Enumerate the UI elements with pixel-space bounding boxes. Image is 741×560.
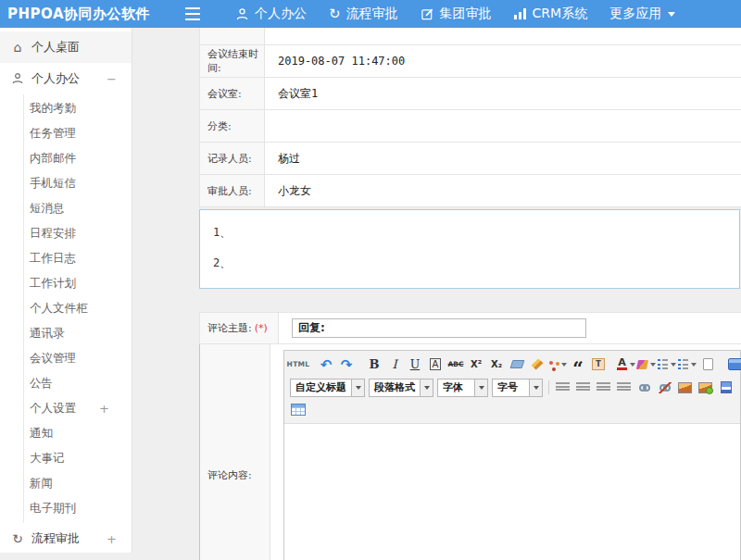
comment-subject-value-cell xyxy=(279,313,741,343)
font-style-button[interactable]: A xyxy=(430,358,442,370)
undo-button[interactable]: ↶ xyxy=(317,355,335,374)
sidebar-item-my-attendance[interactable]: 我的考勤 xyxy=(24,96,132,121)
sidebar-item-task-management[interactable]: 任务管理 xyxy=(24,121,132,146)
font-size-select[interactable]: 字号 xyxy=(492,379,543,397)
justify-button[interactable] xyxy=(615,379,634,397)
nav-item-personal-office[interactable]: 个人办公 xyxy=(224,0,318,28)
heading-select-value: 自定义标题 xyxy=(291,380,351,394)
redo-button[interactable]: ↷ xyxy=(337,355,356,374)
superscript-button[interactable]: X² xyxy=(467,355,485,374)
sidebar-item-schedule[interactable]: 日程安排 xyxy=(24,221,132,246)
sidebar-item-label: 日程安排 xyxy=(30,226,76,242)
multimedia-icon xyxy=(698,382,712,393)
chevron-down-icon xyxy=(529,380,542,396)
sidebar-item-e-journal[interactable]: 电子期刊 xyxy=(24,496,132,521)
hamburger-menu-icon[interactable] xyxy=(185,7,200,20)
sidebar-item-major-events[interactable]: 大事记 xyxy=(24,446,132,471)
row-label: 分类: xyxy=(200,110,265,142)
remove-link-button[interactable] xyxy=(656,379,674,397)
sidebar-item-personal-desktop[interactable]: ⌂ 个人桌面 xyxy=(0,31,132,63)
sidebar-submenu: 我的考勤 任务管理 内部邮件 手机短信 短消息 日程安排 工作日志 工作计划 个… xyxy=(23,94,132,523)
sidebar-item-work-diary[interactable]: 工作日志 xyxy=(24,246,132,271)
nav-item-label: CRM系统 xyxy=(533,6,588,22)
paragraph-format-select[interactable]: 段落格式 xyxy=(369,379,433,397)
process-refresh-icon: ↻ xyxy=(9,532,26,545)
font-family-select[interactable]: 字体 xyxy=(437,379,488,397)
sidebar-item-work-plan[interactable]: 工作计划 xyxy=(24,271,132,296)
insert-image-button[interactable] xyxy=(676,379,695,397)
sidebar-item-label: 公告 xyxy=(30,376,53,392)
edit-icon xyxy=(421,7,434,21)
sidebar-item-announcement[interactable]: 公告 xyxy=(24,371,132,396)
sidebar-item-contacts[interactable]: 通讯录 xyxy=(24,321,132,346)
nav-item-process-approval[interactable]: ↻ 流程审批 xyxy=(318,0,409,28)
ordered-list-icon xyxy=(658,359,668,370)
subscript-button[interactable]: X₂ xyxy=(487,355,506,374)
align-center-button[interactable] xyxy=(574,379,593,397)
highlight-button[interactable] xyxy=(637,355,656,374)
toolbar-separator xyxy=(548,380,549,394)
unordered-list-button[interactable] xyxy=(678,355,697,374)
format-brush-button[interactable] xyxy=(528,355,546,374)
align-right-icon xyxy=(597,382,610,392)
nav-item-more-apps[interactable]: 更多应用 xyxy=(598,0,686,28)
chevron-down-icon xyxy=(630,363,635,367)
sidebar-item-label: 任务管理 xyxy=(30,126,76,142)
underline-button[interactable]: U xyxy=(406,355,424,374)
sidebar-item-personal-settings[interactable]: 个人设置 + xyxy=(24,396,132,421)
new-document-button[interactable] xyxy=(698,355,717,374)
toolbar-row-3 xyxy=(288,399,736,420)
bar-chart-icon xyxy=(514,8,527,19)
sidebar-item-internal-mail[interactable]: 内部邮件 xyxy=(24,146,132,171)
font-color-button[interactable]: A xyxy=(617,355,635,374)
bold-button[interactable]: B xyxy=(365,355,383,374)
row-label-cell xyxy=(200,28,265,44)
strikethrough-button[interactable]: ABC xyxy=(446,355,465,374)
italic-button[interactable]: I xyxy=(385,355,404,374)
sidebar-item-short-message[interactable]: 短消息 xyxy=(24,196,132,221)
app-logo: PHPOA协同办公软件 xyxy=(7,0,150,28)
insert-link-button[interactable] xyxy=(635,379,654,397)
table-grid-icon xyxy=(291,404,306,416)
link-icon xyxy=(639,384,650,392)
heading-select[interactable]: 自定义标题 xyxy=(290,379,365,397)
quick-format-button[interactable] xyxy=(548,355,567,374)
align-left-button[interactable] xyxy=(554,379,572,397)
sidebar-item-label: 工作日志 xyxy=(30,251,76,267)
sidebar-item-personal-office[interactable]: 个人办公 − xyxy=(0,63,132,94)
table-row-approver: 审批人员: 小龙女 xyxy=(200,175,741,207)
required-mark: (*) xyxy=(255,322,268,334)
page-break-icon xyxy=(721,381,732,393)
sidebar-item-news[interactable]: 新闻 xyxy=(24,471,132,496)
insert-pagebreak-button[interactable] xyxy=(717,379,735,397)
editor-content-area[interactable] xyxy=(284,424,740,560)
ordered-list-button[interactable] xyxy=(658,355,676,374)
sidebar-item-process-approval[interactable]: ↻ 流程审批 + xyxy=(0,523,132,554)
nav-item-group-approval[interactable]: 集团审批 xyxy=(409,0,503,28)
fullscreen-button[interactable] xyxy=(726,355,741,374)
row-label: 审批人员: xyxy=(200,175,265,206)
sidebar-item-sms[interactable]: 手机短信 xyxy=(24,171,132,196)
align-right-button[interactable] xyxy=(595,379,613,397)
insert-table-button[interactable] xyxy=(289,401,308,419)
toolbar-row-1: HTML ↶ ↷ B I U A ABC X² X₂ xyxy=(288,353,736,376)
comment-subject-input[interactable] xyxy=(292,318,586,338)
collapse-icon[interactable]: − xyxy=(107,72,117,86)
top-nav-menu: 个人办公 ↻ 流程审批 集团审批 CRM系统 更多应用 xyxy=(224,0,686,28)
insert-multimedia-button[interactable] xyxy=(697,379,715,397)
sidebar-item-notice[interactable]: 通知 xyxy=(24,421,132,446)
sidebar-item-meeting-management[interactable]: 会议管理 xyxy=(24,346,132,371)
remove-format-button[interactable] xyxy=(508,355,526,374)
expand-icon[interactable]: + xyxy=(107,532,117,546)
align-center-icon xyxy=(576,382,590,392)
expand-icon[interactable]: + xyxy=(99,402,109,416)
sidebar-item-label: 通讯录 xyxy=(30,326,65,342)
paste-plain-text-button[interactable]: T xyxy=(589,355,608,374)
nav-item-crm-system[interactable]: CRM系统 xyxy=(503,0,599,28)
source-code-button[interactable]: HTML xyxy=(289,355,308,374)
table-row-meeting-room: 会议室: 会议室1 xyxy=(200,78,741,110)
blockquote-button[interactable]: “ xyxy=(569,355,587,374)
comment-subject-row: 评论主题: (*) xyxy=(199,312,741,344)
sidebar-item-label: 新闻 xyxy=(30,476,53,492)
sidebar-item-personal-files[interactable]: 个人文件柜 xyxy=(24,296,132,321)
